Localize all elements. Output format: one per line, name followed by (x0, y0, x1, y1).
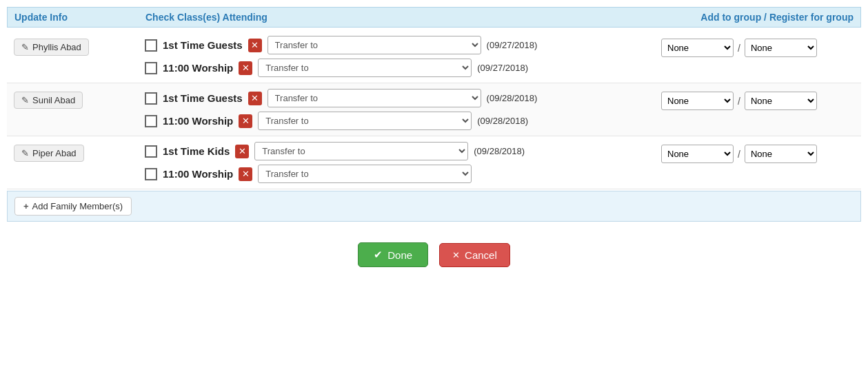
edit-button-sunil-abad[interactable]: ✎Sunil Abad (14, 92, 83, 109)
class-date-phyllis-abad-1: (09/27/2018) (477, 63, 528, 73)
classes-col-sunil-abad: 1st Time Guests✕Transfer to(09/28/2018)1… (145, 89, 661, 130)
cancel-label: Cancel (465, 249, 497, 261)
edit-icon: ✎ (21, 42, 29, 52)
actions-row: ✔ Done ✕ Cancel (7, 242, 861, 288)
header-check: Check Class(es) Attending (145, 12, 660, 23)
group-select-sunil-abad[interactable]: None (661, 92, 734, 110)
classes-col-phyllis-abad: 1st Time Guests✕Transfer to(09/27/2018)1… (145, 36, 661, 77)
class-checkbox-sunil-abad-1[interactable] (145, 115, 157, 127)
class-row-phyllis-abad-1: 11:00 Worship✕Transfer to(09/27/2018) (145, 59, 661, 77)
group-col-sunil-abad: None/None (661, 89, 854, 110)
person-block-phyllis-abad: ✎Phyllis Abad1st Time Guests✕Transfer to… (7, 30, 861, 83)
remove-class-button-piper-abad-0[interactable]: ✕ (235, 145, 249, 158)
transfer-select-piper-abad-1[interactable]: Transfer to (258, 165, 472, 183)
edit-icon: ✎ (21, 95, 29, 105)
group-col-phyllis-abad: None/None (661, 36, 854, 57)
class-date-sunil-abad-1: (09/28/2018) (477, 116, 528, 126)
edit-icon: ✎ (21, 148, 29, 158)
person-name: Piper Abad (32, 148, 77, 158)
transfer-select-piper-abad-0[interactable]: Transfer to (254, 142, 468, 160)
table-header: Update Info Check Class(es) Attending Ad… (7, 7, 861, 28)
person-col-phyllis-abad: ✎Phyllis Abad (14, 36, 145, 56)
class-name-sunil-abad-1: 11:00 Worship (163, 115, 233, 127)
transfer-select-sunil-abad-0[interactable]: Transfer to (268, 89, 481, 107)
class-name-sunil-abad-0: 1st Time Guests (163, 92, 243, 104)
person-block-piper-abad: ✎Piper Abad1st Time Kids✕Transfer to(09/… (7, 136, 861, 189)
class-name-phyllis-abad-0: 1st Time Guests (163, 39, 243, 51)
person-col-piper-abad: ✎Piper Abad (14, 142, 145, 162)
remove-class-button-sunil-abad-1[interactable]: ✕ (239, 114, 252, 128)
transfer-select-phyllis-abad-0[interactable]: Transfer to (268, 36, 481, 54)
class-checkbox-piper-abad-0[interactable] (145, 145, 157, 158)
remove-class-button-piper-abad-1[interactable]: ✕ (239, 167, 252, 181)
remove-class-button-sunil-abad-0[interactable]: ✕ (248, 92, 262, 105)
add-family-row: + Add Family Member(s) (7, 191, 861, 222)
class-row-piper-abad-1: 11:00 Worship✕Transfer to (145, 165, 661, 183)
class-row-phyllis-abad-0: 1st Time Guests✕Transfer to(09/27/2018) (145, 36, 661, 54)
person-name: Sunil Abad (32, 95, 75, 105)
add-family-label: Add Family Member(s) (32, 201, 123, 211)
add-family-button[interactable]: + Add Family Member(s) (14, 197, 132, 216)
register-select-phyllis-abad[interactable]: None (745, 39, 817, 57)
checkmark-icon: ✔ (374, 249, 383, 261)
class-row-sunil-abad-0: 1st Time Guests✕Transfer to(09/28/2018) (145, 89, 661, 107)
cancel-button[interactable]: ✕ Cancel (439, 243, 510, 267)
slash-separator-sunil-abad: / (738, 96, 740, 107)
transfer-select-phyllis-abad-1[interactable]: Transfer to (258, 59, 472, 77)
class-row-sunil-abad-1: 11:00 Worship✕Transfer to(09/28/2018) (145, 112, 661, 130)
class-date-phyllis-abad-0: (09/27/2018) (487, 40, 538, 50)
group-select-phyllis-abad[interactable]: None (661, 39, 734, 57)
class-row-piper-abad-0: 1st Time Kids✕Transfer to(09/28/2018) (145, 142, 661, 160)
person-col-sunil-abad: ✎Sunil Abad (14, 89, 145, 109)
edit-button-phyllis-abad[interactable]: ✎Phyllis Abad (14, 39, 89, 56)
class-date-piper-abad-0: (09/28/2018) (474, 146, 525, 156)
class-checkbox-sunil-abad-0[interactable] (145, 92, 157, 105)
group-col-piper-abad: None/None (661, 142, 854, 163)
group-select-piper-abad[interactable]: None (661, 145, 734, 163)
classes-col-piper-abad: 1st Time Kids✕Transfer to(09/28/2018)11:… (145, 142, 661, 183)
page-wrapper: Update Info Check Class(es) Attending Ad… (0, 0, 868, 295)
transfer-select-sunil-abad-1[interactable]: Transfer to (258, 112, 472, 130)
class-name-piper-abad-0: 1st Time Kids (163, 145, 230, 157)
register-select-sunil-abad[interactable]: None (745, 92, 817, 110)
register-select-piper-abad[interactable]: None (745, 145, 817, 163)
slash-separator-piper-abad: / (738, 149, 740, 160)
done-label: Done (387, 249, 412, 261)
header-group: Add to group / Register for group (660, 12, 854, 23)
x-icon: ✕ (452, 250, 460, 260)
class-checkbox-phyllis-abad-0[interactable] (145, 39, 157, 52)
done-button[interactable]: ✔ Done (358, 242, 428, 267)
class-name-phyllis-abad-1: 11:00 Worship (163, 62, 233, 74)
class-checkbox-piper-abad-1[interactable] (145, 168, 157, 180)
edit-button-piper-abad[interactable]: ✎Piper Abad (14, 145, 84, 162)
persons-container: ✎Phyllis Abad1st Time Guests✕Transfer to… (7, 30, 861, 189)
person-name: Phyllis Abad (32, 42, 81, 52)
class-date-sunil-abad-0: (09/28/2018) (487, 93, 538, 103)
person-block-sunil-abad: ✎Sunil Abad1st Time Guests✕Transfer to(0… (7, 83, 861, 136)
class-checkbox-phyllis-abad-1[interactable] (145, 62, 157, 74)
plus-icon: + (23, 201, 29, 211)
remove-class-button-phyllis-abad-1[interactable]: ✕ (239, 61, 252, 75)
slash-separator-phyllis-abad: / (738, 43, 740, 54)
class-name-piper-abad-1: 11:00 Worship (163, 168, 233, 180)
remove-class-button-phyllis-abad-0[interactable]: ✕ (248, 39, 262, 52)
header-update: Update Info (14, 12, 145, 23)
